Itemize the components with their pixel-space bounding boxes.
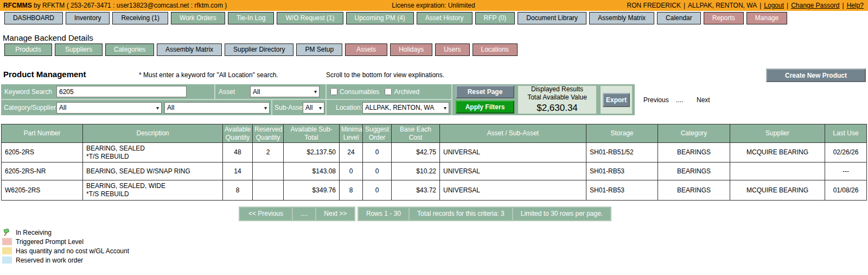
minimal-level-cell: 0: [340, 162, 363, 180]
part-number-cell[interactable]: 6205-2RS: [2, 143, 83, 162]
logout-link[interactable]: Logout: [764, 2, 784, 9]
reserved-qty-cell: [253, 162, 284, 180]
keyword-label: Keyword Search: [4, 88, 52, 96]
nav-tab-dashboard[interactable]: DASHBOARD: [4, 12, 63, 24]
suggest-order-cell: 0: [363, 180, 392, 201]
category-select[interactable]: All▾: [56, 102, 162, 114]
col-available-quantity[interactable]: Available Quantity: [223, 124, 253, 143]
minimal-level-cell: 24: [340, 143, 363, 162]
subasset-label: Sub-Asset: [275, 104, 304, 111]
change-password-link[interactable]: Change Passord: [791, 2, 839, 9]
table-header-row: Part Number Description Available Quanti…: [2, 124, 867, 143]
col-suggest-order[interactable]: Suggest Order: [363, 124, 392, 143]
subtab-supplier-directory[interactable]: Supplier Directory: [225, 43, 293, 56]
user-bar: RON FREDERICK|ALLPAK, RENTON, WA|Logout|…: [475, 2, 868, 9]
col-supplier[interactable]: Supplier: [730, 124, 825, 143]
create-new-product-button[interactable]: Create New Product: [766, 68, 866, 82]
archived-label: Archived: [394, 88, 419, 96]
location-label: Location:: [336, 104, 362, 111]
nav-tab-reports[interactable]: Reports: [704, 12, 744, 24]
subtab-pm-setup[interactable]: PM Setup: [296, 43, 342, 56]
col-reserved-quantity[interactable]: Reserved Quantity: [253, 124, 284, 143]
page: RFCMMS by RFKTM ( 253-267-3471 : user138…: [0, 0, 868, 275]
col-available-subtotal[interactable]: Available Sub-Total: [284, 124, 340, 143]
subtab-assembly-matrix[interactable]: Assembly Matrix: [157, 43, 222, 56]
nav-tab-inventory[interactable]: Inventory: [66, 12, 110, 24]
category-cell: BEARINGS: [658, 162, 730, 180]
location-select[interactable]: ALLPAK, RENTON, WA▾: [362, 102, 449, 114]
col-last-use[interactable]: Last Use: [825, 124, 867, 143]
keyword-search-input[interactable]: [56, 86, 187, 97]
prev-page-button[interactable]: << Previous: [239, 207, 293, 221]
nav-tab-calendar[interactable]: Calendar: [657, 12, 701, 24]
brand: RFCMMS: [3, 2, 32, 9]
col-description[interactable]: Description: [83, 124, 223, 143]
available-qty-cell: 8: [223, 180, 253, 201]
col-asset-subasset[interactable]: Asset / Sub-Asset: [440, 124, 586, 143]
subtotal-cell: $349.76: [284, 180, 340, 201]
apply-filters-button[interactable]: Apply Filters: [456, 101, 514, 114]
reset-page-button[interactable]: Reset Page: [456, 85, 514, 98]
description-cell: BEARING, SEALED*T/S REBUILD: [83, 143, 223, 162]
nav-tab-tie-in-log[interactable]: Tie-In Log: [228, 12, 275, 24]
subtab-categories[interactable]: Categories: [105, 43, 154, 56]
archived-checkbox[interactable]: [385, 88, 392, 95]
row-limit-label: Limited to 30 rows per page.: [513, 207, 611, 221]
export-button[interactable]: Export: [603, 93, 630, 107]
nav-tab-rfp[interactable]: RFP (0): [475, 12, 515, 24]
nav-tab-asset-history[interactable]: Asset History: [417, 12, 473, 24]
nav-tab-receiving[interactable]: Receiving (1): [112, 12, 168, 24]
manage-backend-heading: Manage Backend Details: [3, 33, 93, 42]
asset-cell: Asset All▾: [215, 84, 327, 100]
product-table: Part Number Description Available Quanti…: [1, 124, 867, 201]
last-use-cell: 02/26/26: [825, 143, 867, 162]
main-nav: DASHBOARD Inventory Receiving (1) Work O…: [4, 12, 787, 24]
subtab-locations[interactable]: Locations: [473, 43, 518, 56]
subtab-holidays[interactable]: Holidays: [390, 43, 432, 56]
asset-cell: UNIVERSAL: [440, 180, 586, 201]
part-number-cell[interactable]: W6205-2RS: [2, 180, 83, 201]
reserved-qty-cell: [253, 180, 284, 201]
asset-select[interactable]: All▾: [250, 86, 320, 97]
part-number-cell[interactable]: 6205-2RS-NR: [2, 162, 83, 180]
supplier-cell: MCQUIRE BEARING: [730, 180, 825, 201]
legend: In Receiving Triggered Prompt Level Has …: [2, 228, 129, 265]
col-storage[interactable]: Storage: [586, 124, 658, 143]
nav-tab-work-orders[interactable]: Work Orders: [171, 12, 225, 24]
subtab-products[interactable]: Products: [4, 43, 52, 56]
subtab-suppliers[interactable]: Suppliers: [55, 43, 103, 56]
filter-panel: Keyword Search Asset All▾ Consumables Ar…: [1, 84, 635, 115]
results-line2: Total Available Value: [518, 93, 596, 102]
col-part-number[interactable]: Part Number: [2, 124, 83, 143]
subasset-select[interactable]: All▾: [303, 102, 324, 114]
export-panel: Export: [600, 85, 633, 114]
help-link[interactable]: Help?: [847, 2, 864, 9]
col-category[interactable]: Category: [658, 124, 730, 143]
consumables-checkbox[interactable]: [330, 88, 337, 95]
col-minimal-level[interactable]: Minimal Level: [340, 124, 363, 143]
user-name: RON FREDERICK: [627, 2, 681, 9]
receiving-flag-icon: [2, 228, 12, 237]
supplier-select[interactable]: All▾: [164, 102, 270, 114]
subtab-users[interactable]: Users: [435, 43, 469, 56]
table-row: 6205-2RS BEARING, SEALED*T/S REBUILD 48 …: [2, 143, 867, 162]
next-page-link[interactable]: Next: [697, 96, 710, 104]
nav-tab-wo-request[interactable]: W/O Request (1): [277, 12, 343, 24]
subtab-assets[interactable]: Assets: [345, 43, 387, 56]
keyword-note: * Must enter a keyword for "All Location…: [139, 71, 278, 79]
topbar: RFCMMS by RFKTM ( 253-267-3471 : user138…: [0, 0, 868, 11]
legend-item-reserved: Reserved in work order: [2, 255, 129, 265]
nav-tab-manage[interactable]: Manage: [746, 12, 787, 24]
nav-tab-upcoming-pm[interactable]: Upcoming PM (4): [346, 12, 414, 24]
nav-tab-assembly-matrix[interactable]: Assembly Matrix: [589, 12, 654, 24]
previous-page-link[interactable]: Previous: [643, 96, 669, 104]
next-page-button[interactable]: Next >>: [316, 207, 355, 221]
consumables-label: Consumables: [340, 88, 379, 96]
scroll-note: Scroll to the bottom for view explinatio…: [326, 71, 444, 79]
description-cell: BEARING, SEALED, WIDE*T/S REBUILD: [83, 180, 223, 201]
rows-range-label: Rows 1 - 30: [358, 207, 410, 221]
chevron-down-icon: ▾: [319, 105, 322, 111]
supplier-cell: [730, 162, 825, 180]
nav-tab-document-library[interactable]: Document Library: [518, 12, 586, 24]
col-base-each-cost[interactable]: Base Each Cost: [392, 124, 440, 143]
